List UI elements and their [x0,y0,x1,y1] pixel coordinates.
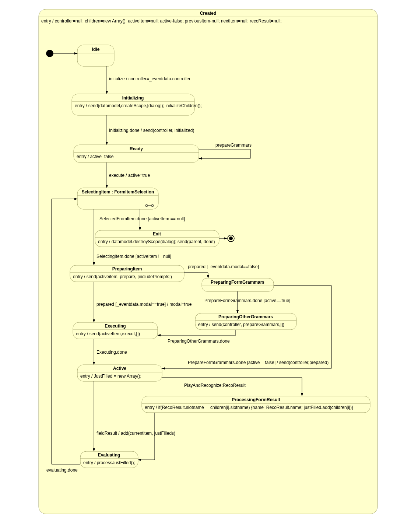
label-playreco: PlayAndRecognize:RecoResult [184,383,246,388]
state-pog-title: PreparingOtherGrammars [218,314,273,319]
state-executing-entry: entry / send(activeItem,execut,[]) [76,331,140,336]
label-initdone: Initializing.done / send(controller, ini… [109,128,194,133]
state-evaluating-title: Evaluating [98,452,120,458]
state-selectingitem-title: SelectingItem : FormItemSelection [82,189,154,195]
label-pfgdonefalse: PrepareFormGrammars.done [active==false]… [188,360,329,365]
state-ready-entry: entry / active=false [77,154,114,159]
label-selectingdone: SelectingItem.done [activeItem != null] [96,254,171,259]
state-created-title: Created [200,11,217,16]
state-executing-title: Executing [105,323,126,329]
final-state-inner [229,237,233,240]
state-diagram: Created entry / controller=null; childre… [0,0,418,532]
state-idle-title: Idle [92,47,100,52]
label-evaldone: evaluating.done [46,468,78,473]
label-pfgdonetrue: PrepareFormGrammars.done [active==true] [204,298,290,303]
label-execdone: Executing.done [96,350,127,355]
label-preparedtrue: prepared [_eventdata.modal==true] / moda… [96,302,192,307]
label-selectednull: SelectedFromItem.done [activeItem == nul… [99,216,185,221]
state-pog-entry: entry / send(controller, prepareGrammars… [198,322,284,327]
state-created-entry: entry / controller=null; children=new Ar… [41,18,282,24]
state-pfr-entry: entry / if(RecoResult.slotname== childre… [145,405,353,410]
state-evaluating-entry: entry / processJustFilled(); [83,460,135,465]
initial-pseudostate [46,50,53,57]
state-preparingitem-title: PreparingItem [112,266,142,272]
state-active-entry: entry / JustFilled = new Array(); [80,374,141,379]
label-pogdone: PreparingOtherGrammars.done [168,339,230,344]
state-pfg-title: PreparingFormGrammars [211,280,264,285]
state-active-title: Active [113,366,126,371]
label-execute: execute / active=true [109,173,150,178]
state-created [39,9,377,514]
state-preparingitem-entry: entry / send(activeitem, prepare, [inclu… [73,274,172,279]
label-preparegrammars: prepareGrammars [215,143,252,148]
state-initializing-title: Initializing [122,95,144,101]
label-preparedfalse: prepared [_eventdata.modal==false] [188,264,259,269]
label-fieldresult: fieldResult / add(currentitem, justFille… [96,431,175,436]
state-ready-title: Ready [130,146,143,151]
state-exit-title: Exit [153,231,161,237]
state-initializing-entry: entry / send(datamodel,createScope,[dial… [75,103,202,108]
state-exit-entry: entry / datamodel.destroyScope(dialog); … [98,239,215,244]
label-initialize: initialize / controller=_eventdata.contr… [109,76,190,81]
state-pfr-title: ProcessingFormResult [232,397,280,402]
